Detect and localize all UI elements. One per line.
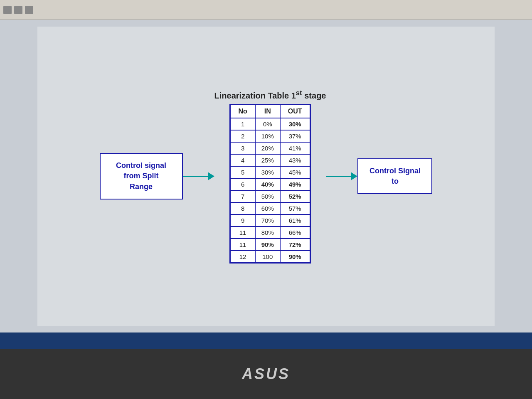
cell-in-5: 40% bbox=[255, 178, 280, 190]
cell-no-0: 1 bbox=[230, 118, 255, 130]
cell-out-5: 49% bbox=[280, 178, 310, 190]
col-no-header: No bbox=[230, 104, 255, 118]
cell-in-7: 60% bbox=[255, 202, 280, 214]
table-title-superscript: st bbox=[296, 89, 302, 97]
table-header-row: No IN OUT bbox=[230, 104, 310, 118]
cell-no-6: 7 bbox=[230, 190, 255, 202]
table-row: 640%49% bbox=[230, 178, 310, 190]
cell-in-9: 80% bbox=[255, 227, 280, 239]
cell-no-3: 4 bbox=[230, 154, 255, 166]
main-area: Control signal from Split Range Lineariz… bbox=[0, 20, 532, 332]
cell-out-4: 45% bbox=[280, 166, 310, 178]
cell-out-9: 66% bbox=[280, 227, 310, 239]
col-in-header: IN bbox=[255, 104, 280, 118]
cell-no-9: 11 bbox=[230, 227, 255, 239]
cell-in-6: 50% bbox=[255, 190, 280, 202]
cell-no-4: 5 bbox=[230, 166, 255, 178]
toolbar bbox=[0, 0, 532, 20]
table-row: 970%61% bbox=[230, 214, 310, 227]
toolbar-icon-2 bbox=[14, 6, 22, 14]
cell-no-7: 8 bbox=[230, 202, 255, 214]
table-row: 1210090% bbox=[230, 251, 310, 263]
toolbar-icon-1 bbox=[3, 6, 12, 14]
cell-no-2: 3 bbox=[230, 142, 255, 154]
table-row: 10%30% bbox=[230, 118, 310, 130]
table-row: 530%45% bbox=[230, 166, 310, 178]
table-row: 210%37% bbox=[230, 130, 310, 142]
cell-no-10: 11 bbox=[230, 239, 255, 251]
right-arrow-line bbox=[326, 176, 351, 177]
cell-out-2: 41% bbox=[280, 142, 310, 154]
left-box-text-line2: Range bbox=[130, 182, 153, 191]
laptop-bezel: ASUS bbox=[0, 349, 532, 399]
cell-out-1: 37% bbox=[280, 130, 310, 142]
left-signal-box: Control signal from Split Range bbox=[100, 153, 183, 200]
table-row: 860%57% bbox=[230, 202, 310, 214]
col-out-header: OUT bbox=[280, 104, 310, 118]
cell-no-5: 6 bbox=[230, 178, 255, 190]
cell-in-4: 30% bbox=[255, 166, 280, 178]
cell-out-11: 90% bbox=[280, 251, 310, 263]
left-box-text-line1: Control signal from Split bbox=[116, 161, 166, 180]
cell-in-2: 20% bbox=[255, 142, 280, 154]
cell-in-0: 0% bbox=[255, 118, 280, 130]
cell-out-7: 57% bbox=[280, 202, 310, 214]
cell-in-11: 100 bbox=[255, 251, 280, 263]
right-arrow-head bbox=[351, 172, 357, 180]
cell-out-8: 61% bbox=[280, 214, 310, 227]
table-row: 1190%72% bbox=[230, 239, 310, 251]
left-arrow-head bbox=[208, 172, 214, 180]
cell-out-3: 43% bbox=[280, 154, 310, 166]
cell-no-11: 12 bbox=[230, 251, 255, 263]
cell-no-8: 9 bbox=[230, 214, 255, 227]
cell-in-3: 25% bbox=[255, 154, 280, 166]
cell-in-1: 10% bbox=[255, 130, 280, 142]
right-signal-box: Control Signal to bbox=[357, 158, 432, 194]
slide: Control signal from Split Range Lineariz… bbox=[37, 27, 495, 326]
left-arrow-line bbox=[183, 176, 208, 177]
table-row: 320%41% bbox=[230, 142, 310, 154]
left-arrow bbox=[183, 172, 214, 180]
diagram: Control signal from Split Range Lineariz… bbox=[100, 89, 433, 264]
table-title: Linearization Table 1st stage bbox=[214, 89, 326, 101]
table-row: 425%43% bbox=[230, 154, 310, 166]
cell-in-8: 70% bbox=[255, 214, 280, 227]
cell-no-1: 2 bbox=[230, 130, 255, 142]
table-wrapper: Linearization Table 1st stage No IN OUT … bbox=[214, 89, 326, 264]
right-arrow bbox=[326, 172, 357, 180]
taskbar bbox=[0, 332, 532, 349]
asus-logo: ASUS bbox=[242, 365, 290, 383]
cell-in-10: 90% bbox=[255, 239, 280, 251]
table-row: 750%52% bbox=[230, 190, 310, 202]
cell-out-0: 30% bbox=[280, 118, 310, 130]
table-title-suffix: stage bbox=[302, 91, 326, 100]
right-box-text: Control Signal to bbox=[369, 167, 421, 185]
cell-out-6: 52% bbox=[280, 190, 310, 202]
cell-out-10: 72% bbox=[280, 239, 310, 251]
table-row: 1180%66% bbox=[230, 227, 310, 239]
linearization-table: No IN OUT 10%30%210%37%320%41%425%43%530… bbox=[229, 104, 310, 264]
toolbar-icon-3 bbox=[25, 6, 33, 14]
table-title-text: Linearization Table 1 bbox=[214, 91, 296, 100]
